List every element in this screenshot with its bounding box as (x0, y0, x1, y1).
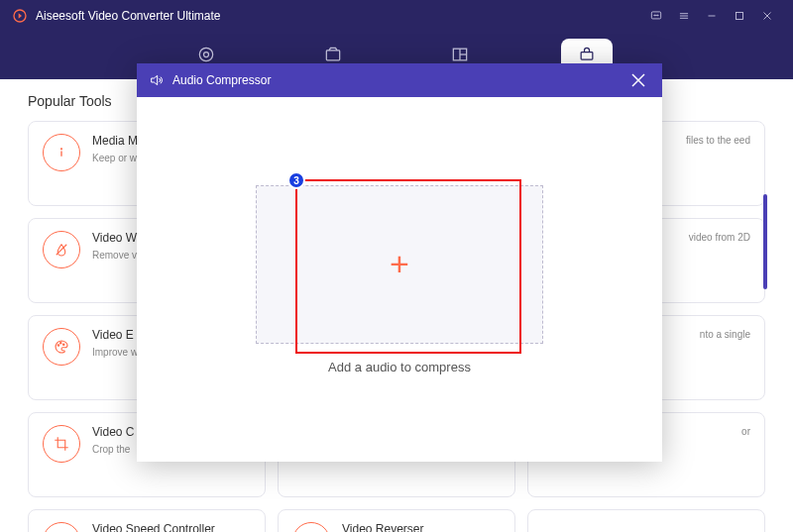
close-button[interactable] (753, 2, 781, 30)
titlebar: Aiseesoft Video Converter Ultimate (0, 0, 793, 32)
speaker-icon (149, 72, 165, 88)
svg-rect-18 (581, 53, 593, 60)
speed-icon (43, 522, 80, 532)
svg-point-12 (199, 48, 212, 60)
modal-titlebar: Audio Compressor (137, 63, 662, 97)
modal-title: Audio Compressor (172, 73, 271, 87)
maximize-button[interactable] (726, 2, 753, 30)
audio-compressor-modal: Audio Compressor + Add a audio to compre… (137, 63, 662, 462)
tool-title: Video C (92, 425, 134, 439)
feedback-button[interactable] (642, 2, 670, 30)
svg-point-3 (656, 15, 657, 16)
tool-title: Video Reverser (342, 522, 424, 532)
tool-desc: video from 2D (689, 231, 750, 244)
tool-desc: Crop the (92, 443, 134, 456)
svg-point-2 (654, 15, 655, 16)
svg-point-22 (57, 345, 59, 347)
tool-card-reverser[interactable]: Video Reverser (278, 509, 515, 532)
app-logo-icon (12, 8, 28, 24)
modal-body: + Add a audio to compress (137, 97, 662, 462)
svg-point-24 (63, 344, 65, 346)
menu-button[interactable] (670, 2, 698, 30)
tool-desc: nto a single (700, 328, 750, 341)
crop-icon (43, 425, 80, 463)
scrollbar-thumb[interactable] (763, 194, 767, 289)
svg-rect-9 (736, 13, 743, 20)
svg-point-4 (657, 15, 658, 16)
modal-close-button[interactable] (626, 68, 650, 92)
tool-desc: or (741, 425, 750, 438)
svg-point-19 (61, 149, 62, 150)
no-water-icon (43, 231, 80, 268)
palette-icon (43, 328, 80, 366)
add-audio-dropzone[interactable]: + (256, 185, 543, 344)
svg-point-23 (60, 343, 62, 345)
tool-title: Video Speed Controller (92, 522, 215, 532)
tool-desc: files to the eed (686, 134, 750, 147)
drop-label: Add a audio to compress (328, 360, 471, 374)
info-icon (43, 134, 80, 171)
tool-card[interactable] (527, 509, 765, 532)
scrollbar[interactable] (763, 194, 767, 531)
tool-card-speed[interactable]: Video Speed Controller (28, 509, 266, 532)
svg-point-13 (204, 53, 209, 57)
minimize-button[interactable] (698, 2, 726, 30)
app-title: Aiseesoft Video Converter Ultimate (36, 9, 221, 23)
plus-icon: + (390, 245, 409, 283)
svg-rect-14 (326, 51, 339, 60)
reverse-icon (292, 522, 330, 532)
